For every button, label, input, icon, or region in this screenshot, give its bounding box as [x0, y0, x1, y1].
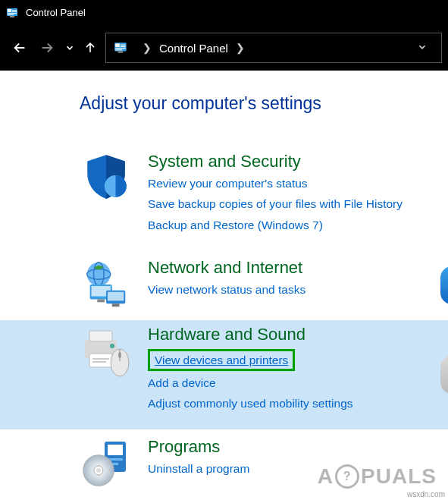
svg-rect-2: [12, 10, 17, 11]
svg-rect-12: [115, 49, 122, 50]
svg-rect-26: [89, 354, 112, 367]
svg-rect-8: [115, 43, 120, 46]
link-review-status[interactable]: Review your computer's status: [148, 175, 433, 192]
partial-icon-edge: [440, 356, 448, 394]
svg-rect-34: [108, 445, 123, 455]
link-network-status[interactable]: View network status and tasks: [148, 281, 433, 298]
link-view-devices-printers[interactable]: View devices and printers: [148, 349, 295, 371]
watermark-logo: A ? PUALS: [318, 464, 437, 489]
disc-box-icon: [76, 437, 136, 492]
forward-button[interactable]: [33, 34, 61, 61]
breadcrumb-chevron-icon[interactable]: ❯: [143, 42, 152, 54]
category-title[interactable]: Programs: [148, 437, 220, 457]
category-hardware-sound: Hardware and Sound View devices and prin…: [0, 320, 448, 429]
control-panel-title-icon: [6, 6, 20, 20]
category-title[interactable]: System and Security: [148, 152, 301, 171]
window-title: Control Panel: [26, 7, 86, 18]
printer-mouse-icon: [76, 325, 136, 379]
svg-rect-6: [10, 16, 14, 17]
svg-rect-5: [8, 14, 14, 15]
svg-rect-23: [112, 303, 120, 307]
recent-locations-button[interactable]: [61, 34, 79, 61]
category-title[interactable]: Network and Internet: [148, 258, 302, 278]
svg-rect-22: [108, 291, 124, 300]
back-button[interactable]: [6, 34, 33, 61]
control-panel-breadcrumb-icon: [114, 40, 129, 55]
svg-rect-1: [8, 9, 11, 12]
svg-rect-3: [12, 11, 17, 12]
svg-point-32: [118, 352, 121, 358]
breadcrumb-item[interactable]: Control Panel: [159, 42, 228, 55]
link-mobility-settings[interactable]: Adjust commonly used mobility settings: [148, 395, 433, 412]
svg-rect-10: [121, 46, 126, 47]
link-add-device[interactable]: Add a device: [148, 374, 433, 392]
category-title[interactable]: Hardware and Sound: [148, 325, 305, 344]
svg-rect-25: [89, 331, 112, 341]
watermark-prefix: A: [318, 464, 334, 489]
breadcrumb-dropdown-button[interactable]: [411, 42, 434, 55]
title-bar: Control Panel: [0, 0, 448, 25]
link-backup-restore[interactable]: Backup and Restore (Windows 7): [148, 216, 433, 234]
category-system-security: System and Security Review your computer…: [0, 144, 448, 250]
watermark-suffix: PUALS: [361, 464, 437, 489]
svg-rect-20: [97, 299, 105, 302]
navigation-bar: ❯ Control Panel ❯: [0, 25, 448, 71]
attribution-text: wsxdn.com: [407, 490, 445, 498]
svg-rect-28: [92, 361, 106, 363]
up-button[interactable]: [79, 34, 102, 61]
watermark-circle-icon: ?: [335, 464, 359, 489]
svg-point-29: [110, 344, 114, 348]
svg-rect-13: [118, 51, 124, 52]
link-file-history[interactable]: Save backup copies of your files with Fi…: [148, 195, 433, 212]
svg-point-40: [96, 468, 101, 473]
network-globe-icon: [76, 258, 136, 313]
svg-rect-4: [8, 13, 17, 14]
svg-rect-11: [115, 48, 125, 49]
breadcrumb-bar[interactable]: ❯ Control Panel ❯: [105, 33, 442, 63]
svg-rect-9: [121, 45, 126, 46]
shield-icon: [76, 152, 136, 206]
content-area: Adjust your computer's settings System a…: [0, 71, 448, 500]
svg-rect-27: [92, 358, 109, 360]
breadcrumb-chevron-icon[interactable]: ❯: [236, 42, 245, 54]
page-heading: Adjust your computer's settings: [80, 93, 448, 114]
category-network-internet: Network and Internet View network status…: [0, 250, 448, 320]
partial-icon-edge: [440, 266, 448, 304]
